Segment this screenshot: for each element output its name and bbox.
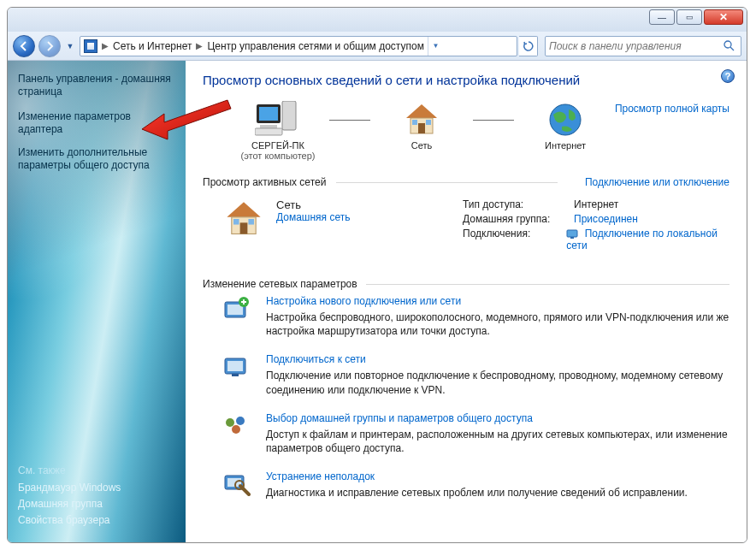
network-type-link[interactable]: Домашняя сеть xyxy=(276,211,350,223)
nav-back-button[interactable] xyxy=(13,35,35,57)
map-node-pc-label: СЕРГЕЙ-ПК xyxy=(227,140,329,151)
main-content: ? Просмотр основных сведений о сети и на… xyxy=(186,61,747,542)
breadcrumb-center[interactable]: Центр управления сетями и общим доступом xyxy=(204,40,428,52)
svg-rect-18 xyxy=(248,219,254,225)
arrow-right-icon xyxy=(44,41,55,51)
svg-rect-3 xyxy=(259,107,278,121)
sidebar-see-also-header: См. также xyxy=(18,464,121,476)
svg-point-27 xyxy=(226,418,234,427)
svg-rect-22 xyxy=(227,305,243,315)
control-panel-icon xyxy=(84,39,97,53)
access-type-value: Интернет xyxy=(574,198,618,210)
svg-line-1 xyxy=(730,47,734,50)
new-connection-icon xyxy=(223,295,251,322)
address-dropdown[interactable]: ▼ xyxy=(428,36,443,56)
sidebar-home-link[interactable]: Панель управления - домашняя страница xyxy=(18,73,182,98)
map-connector xyxy=(329,99,370,140)
option-homegroup-title[interactable]: Выбор домашней группы и параметров общег… xyxy=(266,412,729,424)
homegroup-icon xyxy=(223,412,251,440)
computer-icon xyxy=(227,99,329,140)
house-icon xyxy=(370,99,473,140)
settings-options-list: Настройка нового подключения или сети На… xyxy=(203,295,729,500)
svg-rect-4 xyxy=(282,101,296,130)
titlebar: — ▭ ✕ xyxy=(8,8,747,32)
close-button[interactable]: ✕ xyxy=(704,9,743,25)
search-icon xyxy=(724,40,737,51)
network-name: Сеть xyxy=(276,198,350,211)
map-node-pc-sub: (этот компьютер) xyxy=(227,151,329,161)
option-new-connection[interactable]: Настройка нового подключения или сети На… xyxy=(223,295,729,338)
arrow-left-icon xyxy=(19,41,29,51)
option-homegroup[interactable]: Выбор домашней группы и параметров общег… xyxy=(223,412,729,455)
view-full-map-link[interactable]: Просмотр полной карты xyxy=(615,103,729,115)
sidebar-see-also: См. также Брандмауэр Windows Домашняя гр… xyxy=(18,464,121,530)
breadcrumb-sep-icon: ▶ xyxy=(101,41,109,50)
option-new-connection-desc: Настройка беспроводного, широкополосного… xyxy=(266,310,729,338)
option-troubleshoot[interactable]: Устранение неполадок Диагностика и испра… xyxy=(223,470,729,500)
refresh-icon xyxy=(523,41,534,51)
access-type-label: Тип доступа: xyxy=(463,198,574,210)
map-node-internet-label: Интернет xyxy=(514,140,617,151)
sidebar-firewall-link[interactable]: Брандмауэр Windows xyxy=(18,482,121,494)
search-box[interactable] xyxy=(545,36,741,56)
network-map: Просмотр полной карты СЕРГЕЙ-ПК (этот ко… xyxy=(203,99,729,161)
sidebar-homegroup-link[interactable]: Домашняя группа xyxy=(18,498,121,511)
svg-point-29 xyxy=(232,425,240,434)
address-bar[interactable]: ▶ Сеть и Интернет ▶ Центр управления сет… xyxy=(80,36,517,56)
page-title: Просмотр основных сведений о сети и наст… xyxy=(203,73,729,87)
sidebar-sharing-settings[interactable]: Изменить дополнительные параметры общего… xyxy=(18,146,182,172)
svg-rect-10 xyxy=(412,120,417,125)
map-node-pc[interactable]: СЕРГЕЙ-ПК (этот компьютер) xyxy=(227,99,329,161)
map-node-network[interactable]: Сеть xyxy=(370,99,473,151)
option-troubleshoot-desc: Диагностика и исправление сетевых пробле… xyxy=(266,486,688,500)
option-new-connection-title[interactable]: Настройка нового подключения или сети xyxy=(266,295,729,307)
refresh-button[interactable] xyxy=(519,36,538,56)
active-networks-header-row: Просмотр активных сетей Подключение или … xyxy=(203,176,729,188)
change-settings-header: Изменение сетевых параметров xyxy=(203,278,729,290)
svg-rect-16 xyxy=(240,222,248,234)
svg-rect-11 xyxy=(426,120,431,125)
map-node-internet[interactable]: Интернет xyxy=(514,99,617,151)
troubleshoot-icon xyxy=(223,470,251,498)
sidebar-browser-link[interactable]: Свойства браузера xyxy=(18,514,121,527)
sidebar: Панель управления - домашняя страница Из… xyxy=(8,61,186,542)
svg-marker-7 xyxy=(406,104,437,118)
connect-network-icon xyxy=(223,353,251,381)
help-icon[interactable]: ? xyxy=(721,69,735,83)
option-homegroup-desc: Доступ к файлам и принтерам, расположенн… xyxy=(266,428,729,455)
svg-marker-14 xyxy=(227,202,260,216)
option-connect-network[interactable]: Подключиться к сети Подключение или повт… xyxy=(223,353,729,396)
breadcrumb-network[interactable]: Сеть и Интернет xyxy=(109,40,195,52)
breadcrumb-sep-icon: ▶ xyxy=(195,41,204,50)
sidebar-adapter-settings[interactable]: Изменение параметров адаптера xyxy=(18,110,182,136)
svg-point-0 xyxy=(724,41,731,48)
option-troubleshoot-title[interactable]: Устранение неполадок xyxy=(266,470,688,482)
lan-icon xyxy=(566,229,578,240)
globe-icon xyxy=(514,99,617,140)
search-input[interactable] xyxy=(549,40,724,52)
svg-rect-26 xyxy=(232,374,239,376)
active-network-panel: Сеть Домашняя сеть Тип доступа: Интернет… xyxy=(203,193,729,263)
svg-point-28 xyxy=(236,417,245,425)
svg-rect-19 xyxy=(567,230,577,237)
address-bar-row: ▼ ▶ Сеть и Интернет ▶ Центр управления с… xyxy=(8,32,747,61)
map-node-network-label: Сеть xyxy=(370,140,473,151)
connect-disconnect-link[interactable]: Подключение или отключение xyxy=(568,176,729,188)
maximize-button[interactable]: ▭ xyxy=(676,9,702,25)
nav-forward-button[interactable] xyxy=(38,35,61,57)
homegroup-value-link[interactable]: Присоединен xyxy=(574,213,638,225)
minimize-button[interactable]: — xyxy=(649,9,675,25)
svg-rect-25 xyxy=(227,361,243,371)
connections-label: Подключения: xyxy=(463,228,566,251)
connection-link[interactable]: Подключение по локальной сети xyxy=(566,228,729,251)
active-networks-header: Просмотр активных сетей xyxy=(203,176,326,188)
map-connector xyxy=(473,99,514,140)
house-icon xyxy=(223,198,264,240)
option-connect-network-desc: Подключение или повторное подключение к … xyxy=(266,369,729,396)
svg-rect-6 xyxy=(255,128,282,135)
svg-rect-9 xyxy=(418,123,425,133)
option-connect-network-title[interactable]: Подключиться к сети xyxy=(266,353,729,365)
svg-rect-17 xyxy=(233,219,239,225)
svg-rect-20 xyxy=(570,237,574,239)
nav-history-dropdown[interactable]: ▼ xyxy=(64,35,76,57)
